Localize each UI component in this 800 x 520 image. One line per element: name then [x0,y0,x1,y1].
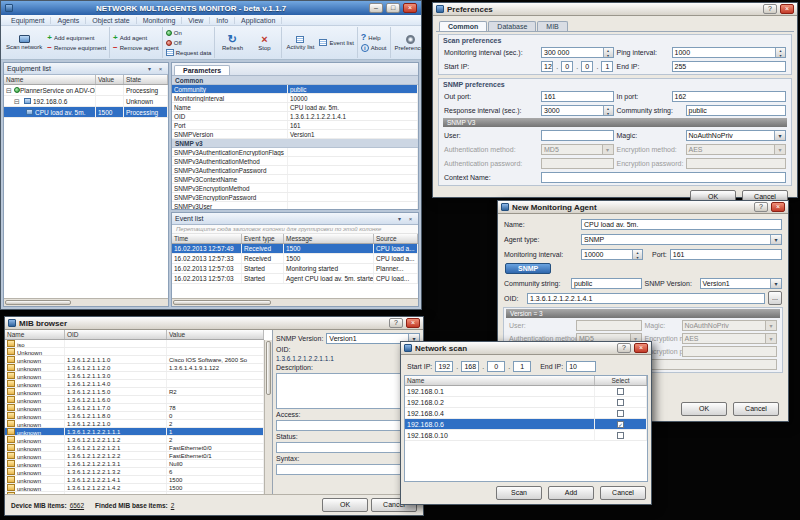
context-name-input[interactable] [541,172,786,183]
horizontal-scrollbar[interactable] [4,298,168,306]
tab-parameters[interactable]: Parameters [174,65,230,75]
ribbon-tab-equipment[interactable]: Equipment [5,17,51,24]
scan-network-button[interactable]: Scan network [4,35,44,50]
close-icon[interactable]: × [634,343,648,353]
ribbon-tab-application[interactable]: Application [235,17,282,24]
minimize-button[interactable]: – [369,3,383,13]
table-row[interactable]: unknown1.3.6.1.2.1.2.2.1.1.22 [5,436,264,444]
table-row[interactable]: SNMPv3User [172,202,418,209]
syntax-box[interactable] [276,464,420,475]
about-button[interactable]: iAbout [360,43,388,52]
agent-type-select[interactable]: SNMP [581,234,782,245]
agent-name-input[interactable]: CPU load av. 5m. [581,219,782,230]
horizontal-scrollbar[interactable] [172,298,418,306]
table-row[interactable]: SNMPv3EncryptionPassword [172,193,418,202]
ping-interval-input[interactable]: 1000 [672,47,787,58]
table-row[interactable]: 16.02.2013 12:57:03StartedAgent CPU load… [172,274,418,284]
table-row[interactable]: 16.02.2013 12:57:03StartedMonitoring sta… [172,264,418,274]
scan-button[interactable]: Scan [496,486,542,500]
refresh-button[interactable]: ↻ Refresh [217,35,247,51]
close-icon[interactable]: × [403,3,417,13]
scrollbar-thumb[interactable] [5,300,71,305]
table-row[interactable]: unknown1.3.6.1.2.1.2.2.1.5.11500 [5,492,264,494]
table-row[interactable]: SNMPv3EncryptionMethod [172,184,418,193]
access-box[interactable] [276,420,420,431]
column-header[interactable]: Value [96,75,124,84]
column-header[interactable]: Event type [242,234,284,243]
status-box[interactable] [276,442,420,453]
table-row[interactable]: iso [5,340,264,348]
checkbox[interactable] [617,399,624,406]
expander-icon[interactable]: ⊟ [6,85,13,95]
column-header[interactable]: Value [167,330,264,339]
table-row[interactable]: SNMPVersionVersion1 [172,130,418,139]
remove-agent-button[interactable]: −Remove agent [112,43,160,52]
ip-octet-input[interactable]: 127 [541,61,553,72]
out-port-input[interactable]: 161 [541,91,614,102]
agent-titlebar[interactable]: New Monitoring Agent ? × [498,201,788,214]
table-row[interactable]: 16.02.2013 12:57:49Received1500CPU load … [172,244,418,254]
table-row[interactable]: unknown1.3.6.1.2.1.1.1.0Cisco IOS Softwa… [5,356,264,364]
user-input[interactable] [541,130,614,141]
column-header[interactable]: Name [405,376,595,385]
expander-icon[interactable]: ⊟ [14,96,21,106]
chevron-down-icon[interactable]: ▾ [395,215,404,223]
table-row[interactable]: NameCPU load av. 5m. [172,103,418,112]
table-row[interactable]: OID1.3.6.1.2.1.2.2.1.4.1 [172,112,418,121]
encryption-method-select[interactable]: AES [686,144,787,155]
vertical-scrollbar[interactable] [264,340,272,494]
add-agent-button[interactable]: +Add agent [112,33,160,42]
checkbox[interactable] [617,432,624,439]
ribbon-tab-agents[interactable]: Agents [51,17,86,24]
table-row[interactable]: 192.168.0.2 [405,397,647,408]
table-row[interactable]: unknown1.3.6.1.2.1.1.6.0 [5,396,264,404]
section-row[interactable]: Common [172,76,418,85]
help-button[interactable]: ? [754,202,768,212]
table-row[interactable]: unknown1.3.6.1.2.1.2.1.02 [5,420,264,428]
snmp-version-select[interactable]: Version1 [700,278,783,289]
close-icon[interactable]: × [780,4,794,14]
table-row[interactable]: SNMPv3AuthenticationEncryptionFlags [172,148,418,157]
tab-common[interactable]: Common [439,21,487,31]
scan-titlebar[interactable]: Network scan ? × [401,342,651,355]
ribbon-tab-object-state[interactable]: Object state [86,17,136,24]
column-header[interactable]: Message [284,234,374,243]
cancel-button[interactable]: Cancel [600,486,646,500]
column-header[interactable]: Name [5,330,65,339]
tab-mib[interactable]: MIB [537,21,567,31]
add-equipment-button[interactable]: +Add equipment [46,33,107,42]
column-header[interactable]: State [124,75,168,84]
add-button[interactable]: Add [548,486,594,500]
community-string-input[interactable]: public [686,105,787,116]
ip-octet-input[interactable]: 0 [487,361,505,372]
checkbox[interactable] [617,388,624,395]
table-row[interactable]: unknown1.3.6.1.2.1.1.3.0 [5,372,264,380]
ok-button[interactable]: OK [681,402,727,416]
checkbox[interactable]: ✓ [617,421,624,428]
table-row[interactable]: 16.02.2013 12:57:33Received1500CPU load … [172,254,418,264]
stop-button[interactable]: × Stop [249,35,279,51]
authentication-password-input[interactable] [541,158,614,169]
browse-oid-button[interactable]: ... [768,291,782,305]
ip-octet-input[interactable]: 168 [461,361,479,372]
help-button[interactable]: ? [389,318,403,328]
tab-database[interactable]: Database [488,21,536,31]
column-header[interactable]: Source [374,234,418,243]
on-button[interactable]: On [165,28,213,37]
table-row[interactable]: SNMPv3AuthenticationMethod [172,157,418,166]
table-row[interactable]: Unknown [5,348,264,356]
help-button[interactable]: ?Help [360,33,388,42]
event-list-button[interactable]: Event list [318,38,354,47]
request-data-button[interactable]: Request data [165,48,213,57]
community-string-input[interactable]: public [571,278,642,289]
table-row[interactable]: 192.168.0.6✓ [405,419,647,430]
remove-equipment-button[interactable]: −Remove equipment [46,43,107,52]
checkbox[interactable] [617,410,624,417]
table-row[interactable]: 192.168.0.10 [405,430,647,441]
table-row[interactable]: unknown1.3.6.1.2.1.2.2.1.4.21500 [5,484,264,492]
ip-octet-input[interactable]: 1 [513,361,531,372]
mib-titlebar[interactable]: MIB browser ? × [5,317,423,330]
user-input[interactable] [576,320,642,331]
description-box[interactable] [276,373,420,409]
close-icon[interactable]: × [406,318,420,328]
